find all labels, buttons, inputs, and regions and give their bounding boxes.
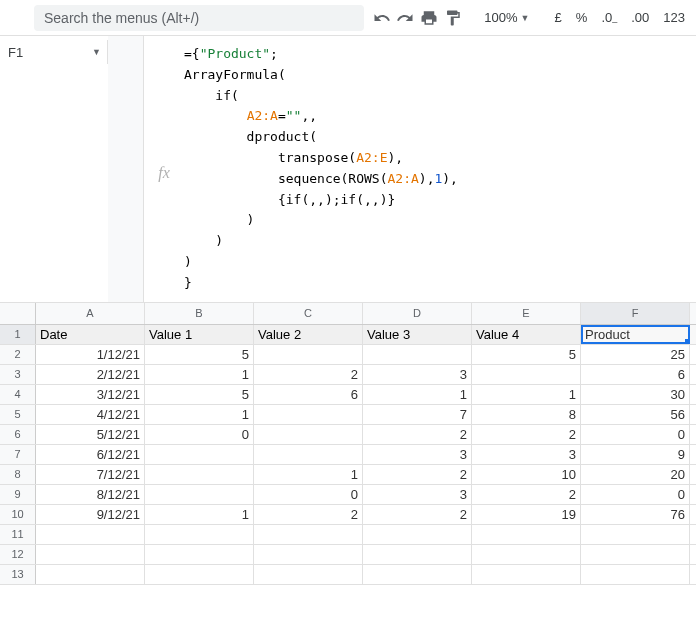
cell[interactable]: 3 [472,445,581,464]
cell[interactable]: Value 3 [363,325,472,344]
select-all-corner[interactable] [0,303,36,324]
cell[interactable]: 6 [581,365,690,384]
cell[interactable]: 2 [363,465,472,484]
cell[interactable]: Value 4 [472,325,581,344]
row-header[interactable]: 8 [0,465,36,484]
cell[interactable]: 3 [363,445,472,464]
cell[interactable]: 8/12/21 [36,485,145,504]
cell[interactable] [145,445,254,464]
cell[interactable] [363,545,472,564]
cell[interactable] [581,565,690,584]
cell[interactable] [363,525,472,544]
column-header-A[interactable]: A [36,303,145,324]
cell[interactable]: 7/12/21 [36,465,145,484]
name-box[interactable]: F1 ▼ [0,40,108,64]
cell[interactable]: 30 [581,385,690,404]
row-header[interactable]: 4 [0,385,36,404]
cell[interactable]: 6 [254,385,363,404]
cell[interactable]: 3 [363,485,472,504]
cell[interactable]: 9 [581,445,690,464]
increase-decimal-button[interactable]: .00 [626,10,654,25]
decrease-decimal-button[interactable]: .0_ [596,10,622,25]
row-header[interactable]: 2 [0,345,36,364]
cell[interactable]: 1 [472,385,581,404]
cell[interactable] [145,565,254,584]
cell[interactable] [254,405,363,424]
cell[interactable] [145,525,254,544]
cell[interactable]: 2/12/21 [36,365,145,384]
cell[interactable] [145,545,254,564]
row-header[interactable]: 10 [0,505,36,524]
cell[interactable]: 76 [581,505,690,524]
column-header-D[interactable]: D [363,303,472,324]
row-header[interactable]: 13 [0,565,36,584]
cell[interactable]: Value 2 [254,325,363,344]
cell[interactable]: 1/12/21 [36,345,145,364]
cell[interactable]: 2 [472,485,581,504]
spreadsheet-grid[interactable]: ABCDEF 1DateValue 1Value 2Value 3Value 4… [0,303,696,585]
cell[interactable]: 3/12/21 [36,385,145,404]
cell[interactable] [145,485,254,504]
cell[interactable] [36,565,145,584]
cell[interactable]: 1 [145,405,254,424]
cell[interactable]: 0 [581,425,690,444]
row-header[interactable]: 6 [0,425,36,444]
cell[interactable]: 56 [581,405,690,424]
column-header-C[interactable]: C [254,303,363,324]
redo-button[interactable] [396,6,416,30]
cell[interactable] [472,525,581,544]
cell[interactable] [254,565,363,584]
cell[interactable] [581,525,690,544]
undo-button[interactable] [372,6,392,30]
cell[interactable]: 3 [363,365,472,384]
format-percent-button[interactable]: % [571,10,593,25]
row-header[interactable]: 9 [0,485,36,504]
cell[interactable]: 0 [145,425,254,444]
cell[interactable]: 20 [581,465,690,484]
formula-text[interactable]: ={"Product"; ArrayFormula( if( A2:A="",,… [184,44,458,294]
paint-format-button[interactable] [443,6,463,30]
cell[interactable] [254,425,363,444]
cell[interactable]: 5/12/21 [36,425,145,444]
column-header-E[interactable]: E [472,303,581,324]
cell[interactable]: Value 1 [145,325,254,344]
cell[interactable]: 5 [472,345,581,364]
cell[interactable]: 9/12/21 [36,505,145,524]
cell[interactable]: Product [581,325,690,344]
cell[interactable]: 1 [145,365,254,384]
row-header[interactable]: 7 [0,445,36,464]
cell[interactable] [145,465,254,484]
cell[interactable]: 10 [472,465,581,484]
cell[interactable]: 2 [472,425,581,444]
cell[interactable] [254,445,363,464]
cell[interactable]: 6/12/21 [36,445,145,464]
row-header[interactable]: 3 [0,365,36,384]
cell[interactable]: 2 [363,505,472,524]
cell[interactable]: 4/12/21 [36,405,145,424]
cell[interactable]: 2 [363,425,472,444]
cell[interactable]: Date [36,325,145,344]
cell[interactable] [363,345,472,364]
column-header-B[interactable]: B [145,303,254,324]
cell[interactable]: 1 [363,385,472,404]
cell[interactable]: 8 [472,405,581,424]
cell[interactable]: 2 [254,365,363,384]
formula-bar[interactable]: fx ={"Product"; ArrayFormula( if( A2:A="… [144,36,696,302]
cell[interactable]: 1 [145,505,254,524]
cell[interactable] [472,365,581,384]
cell[interactable] [36,525,145,544]
cell[interactable]: 25 [581,345,690,364]
cell[interactable]: 0 [581,485,690,504]
cell[interactable] [363,565,472,584]
row-header[interactable]: 1 [0,325,36,344]
cell[interactable]: 5 [145,385,254,404]
cell[interactable]: 7 [363,405,472,424]
cell[interactable] [581,545,690,564]
cell[interactable] [254,545,363,564]
cell[interactable] [254,525,363,544]
row-header[interactable]: 5 [0,405,36,424]
format-currency-button[interactable]: £ [550,10,567,25]
more-formats-button[interactable]: 123 [658,10,690,25]
cell[interactable]: 1 [254,465,363,484]
print-button[interactable] [419,6,439,30]
